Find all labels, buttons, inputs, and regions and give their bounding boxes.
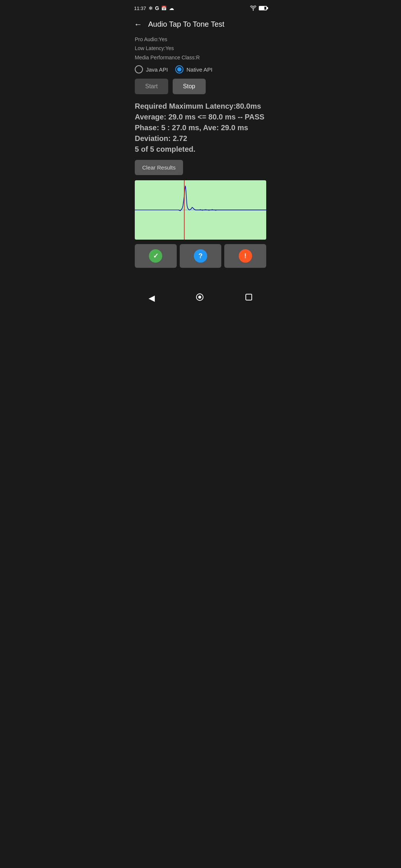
svg-point-5 xyxy=(198,296,201,299)
header: ← Audio Tap To Tone Test xyxy=(128,15,273,32)
waveform-svg xyxy=(135,180,266,240)
native-api-option[interactable]: Native API xyxy=(175,65,212,73)
java-api-radio[interactable] xyxy=(135,65,143,73)
control-buttons: Start Stop xyxy=(135,79,266,94)
status-bar-left: 11:37 ❄ G 📅 ☁ xyxy=(134,5,174,11)
result-line-5: 5 of 5 completed. xyxy=(135,144,266,155)
media-perf-label: Media Performance Class:R xyxy=(135,53,266,62)
status-bar-right xyxy=(250,6,267,11)
nav-back-button[interactable]: ◀ xyxy=(141,290,162,306)
navigation-bar: ◀ xyxy=(128,285,273,313)
svg-rect-6 xyxy=(246,294,252,300)
fan-icon: ❄ xyxy=(149,5,153,11)
main-content: Pro Audio:Yes Low Latency:Yes Media Perf… xyxy=(128,32,273,281)
pro-audio-label: Pro Audio:Yes xyxy=(135,35,266,43)
native-api-label: Native API xyxy=(186,66,212,73)
result-line-4: Deviation: 2.72 xyxy=(135,133,266,144)
waveform-chart xyxy=(135,180,266,240)
info-button[interactable]: ? xyxy=(180,244,222,268)
result-line-1: Required Maximum Latency:80.0ms xyxy=(135,101,266,112)
clear-results-button[interactable]: Clear Results xyxy=(135,160,183,175)
start-button[interactable]: Start xyxy=(135,79,168,94)
low-latency-label: Low Latency:Yes xyxy=(135,44,266,52)
back-button[interactable]: ← xyxy=(134,20,142,29)
pass-icon: ✓ xyxy=(149,249,162,263)
google-icon: G xyxy=(155,5,159,11)
cloud-icon: ☁ xyxy=(169,5,174,11)
result-line-2: Average: 29.0 ms <= 80.0 ms -- PASS xyxy=(135,112,266,122)
nav-recent-button[interactable] xyxy=(238,290,260,306)
api-selector: Java API Native API xyxy=(135,65,266,73)
java-api-option[interactable]: Java API xyxy=(135,65,168,73)
action-buttons: ✓ ? ! xyxy=(135,244,266,268)
battery-icon xyxy=(259,6,267,10)
page-title: Audio Tap To Tone Test xyxy=(148,20,224,29)
status-bar: 11:37 ❄ G 📅 ☁ xyxy=(128,0,273,15)
java-api-label: Java API xyxy=(146,66,168,73)
device-info: Pro Audio:Yes Low Latency:Yes Media Perf… xyxy=(135,35,266,62)
stop-button[interactable]: Stop xyxy=(173,79,206,94)
pass-button[interactable]: ✓ xyxy=(135,244,177,268)
native-api-radio[interactable] xyxy=(175,65,183,73)
warn-icon: ! xyxy=(239,249,252,263)
spacer xyxy=(128,281,273,285)
svg-point-0 xyxy=(253,10,254,11)
nav-home-button[interactable] xyxy=(188,290,211,306)
status-time: 11:37 xyxy=(134,6,146,11)
info-icon: ? xyxy=(194,249,207,263)
wifi-icon xyxy=(250,6,257,11)
calendar-icon: 📅 xyxy=(161,6,167,11)
results-block: Required Maximum Latency:80.0ms Average:… xyxy=(135,101,266,155)
warn-button[interactable]: ! xyxy=(224,244,266,268)
home-icon xyxy=(196,293,204,301)
result-line-3: Phase: 5 : 27.0 ms, Ave: 29.0 ms xyxy=(135,122,266,133)
recent-icon xyxy=(245,293,252,301)
